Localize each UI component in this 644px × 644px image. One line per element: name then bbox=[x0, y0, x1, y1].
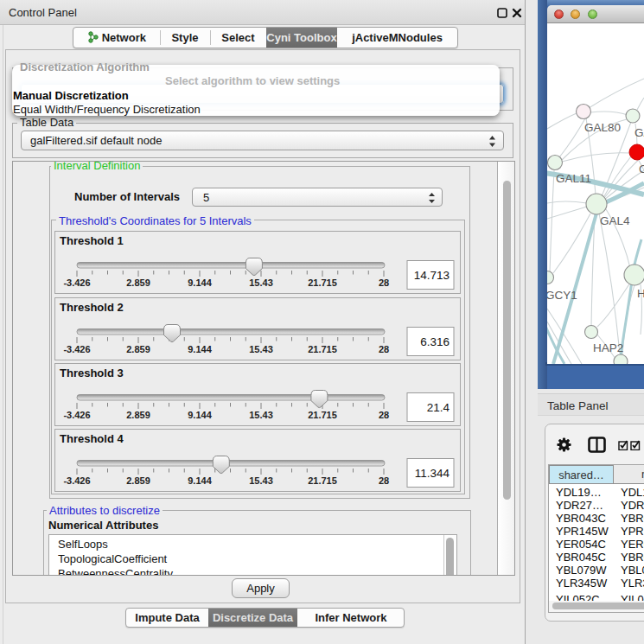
svg-text:9.144: 9.144 bbox=[188, 475, 212, 486]
svg-text:GAL11: GAL11 bbox=[556, 172, 591, 185]
svg-text:9.144: 9.144 bbox=[188, 277, 212, 288]
svg-text:21.715: 21.715 bbox=[308, 475, 337, 486]
svg-text:Threshold 3: Threshold 3 bbox=[60, 367, 124, 379]
svg-text:2.859: 2.859 bbox=[126, 344, 150, 354]
svg-text:15.43: 15.43 bbox=[249, 344, 273, 354]
svg-text:15.43: 15.43 bbox=[249, 475, 273, 486]
svg-text:-3.426: -3.426 bbox=[63, 344, 90, 354]
svg-text:9.144: 9.144 bbox=[188, 344, 212, 354]
svg-text:28: 28 bbox=[379, 475, 389, 486]
svg-text:GAL4: GAL4 bbox=[600, 214, 630, 227]
svg-text:H: H bbox=[637, 287, 644, 300]
svg-text:Threshold 2: Threshold 2 bbox=[60, 301, 124, 314]
svg-text:11.344: 11.344 bbox=[415, 467, 450, 480]
svg-text:GA: GA bbox=[634, 126, 644, 139]
svg-text:2.859: 2.859 bbox=[126, 475, 150, 486]
svg-text:28: 28 bbox=[379, 344, 389, 354]
svg-text:-3.426: -3.426 bbox=[63, 475, 90, 486]
svg-text:-3.426: -3.426 bbox=[63, 410, 90, 420]
svg-text:14.713: 14.713 bbox=[414, 269, 450, 282]
svg-text:GAL80: GAL80 bbox=[584, 121, 621, 134]
svg-text:-3.426: -3.426 bbox=[63, 277, 90, 288]
svg-text:GCY1: GCY1 bbox=[547, 289, 577, 302]
svg-text:2.859: 2.859 bbox=[126, 277, 150, 288]
svg-text:C: C bbox=[639, 163, 644, 175]
svg-text:Threshold 1: Threshold 1 bbox=[60, 234, 124, 247]
svg-text:15.43: 15.43 bbox=[249, 277, 273, 288]
svg-text:HAP2: HAP2 bbox=[593, 341, 623, 354]
svg-text:2.859: 2.859 bbox=[126, 410, 150, 420]
svg-text:6.316: 6.316 bbox=[420, 335, 450, 348]
svg-text:9.144: 9.144 bbox=[188, 410, 212, 420]
svg-text:21.715: 21.715 bbox=[308, 344, 337, 354]
svg-text:Threshold 4: Threshold 4 bbox=[60, 432, 124, 445]
svg-text:21.715: 21.715 bbox=[308, 277, 337, 288]
svg-text:15.43: 15.43 bbox=[249, 410, 273, 420]
svg-text:28: 28 bbox=[379, 410, 389, 420]
svg-text:28: 28 bbox=[379, 277, 389, 288]
svg-text:21.4: 21.4 bbox=[427, 401, 450, 414]
svg-text:21.715: 21.715 bbox=[308, 410, 337, 420]
